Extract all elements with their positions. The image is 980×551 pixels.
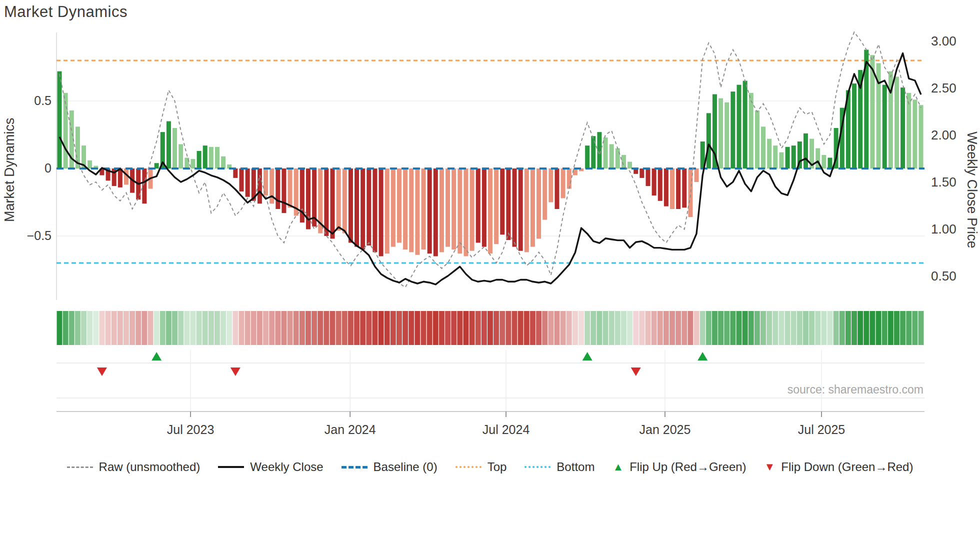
- oscillator-bar: [415, 168, 420, 255]
- oscillator-bar: [470, 168, 474, 251]
- heatmap-cell: [457, 311, 462, 345]
- heatmap-cell: [803, 311, 808, 345]
- heatmap-cell: [463, 311, 468, 345]
- heatmap-cell: [518, 311, 524, 345]
- heatmap-cell: [676, 311, 681, 345]
- left-axis-tick: −0.5: [27, 228, 52, 242]
- legend-swatch-icon: [524, 466, 550, 468]
- oscillator-bar: [197, 151, 202, 168]
- oscillator-bar: [622, 155, 626, 168]
- heatmap-cell: [596, 311, 602, 345]
- heatmap-cell: [840, 311, 845, 345]
- heatmap-cell: [348, 311, 354, 345]
- heatmap-cell: [366, 311, 372, 345]
- oscillator-bar: [391, 168, 396, 247]
- heatmap-cell: [560, 311, 566, 345]
- heatmap-cell: [578, 311, 584, 345]
- oscillator-bar: [610, 144, 614, 168]
- heatmap-cell: [196, 311, 202, 345]
- heatmap-cell: [797, 311, 802, 345]
- oscillator-bar: [476, 168, 480, 243]
- legend-label: Flip Up (Red→Green): [630, 460, 746, 474]
- legend-item: ▼Flip Down (Green→Red): [764, 460, 914, 474]
- oscillator-bar: [488, 168, 492, 254]
- heatmap-cell: [402, 311, 408, 345]
- heatmap-cell: [815, 311, 820, 345]
- heatmap-cell: [470, 311, 475, 345]
- oscillator-bar: [567, 168, 572, 189]
- oscillator-bar: [743, 81, 748, 169]
- oscillator-bar: [786, 147, 790, 168]
- heatmap-cell: [354, 311, 360, 345]
- legend-label: Weekly Close: [250, 460, 323, 474]
- flip-up-marker: [698, 352, 708, 360]
- heatmap-cell: [232, 311, 238, 345]
- heatmap-cell: [118, 311, 123, 345]
- oscillator-bar: [730, 92, 735, 168]
- heatmap-cell: [906, 311, 912, 345]
- heatmap-cell: [724, 311, 730, 345]
- oscillator-bar: [585, 146, 590, 168]
- heatmap-cell: [603, 311, 608, 345]
- legend-swatch-icon: [456, 466, 482, 468]
- heatmap-cell: [500, 311, 505, 345]
- oscillator-bar: [64, 93, 68, 168]
- right-axis-tick: 2.50: [931, 80, 956, 96]
- heatmap-cell: [900, 311, 906, 345]
- legend-swatch-icon: [67, 466, 93, 468]
- heatmap-cell: [778, 311, 784, 345]
- x-axis-tick-label: Jul 2024: [482, 422, 530, 436]
- legend-item: Baseline (0): [342, 460, 438, 474]
- heatmap-cell: [57, 311, 62, 345]
- heatmap-cell: [700, 311, 706, 345]
- heatmap-cell: [542, 311, 548, 345]
- oscillator-bar: [852, 84, 856, 168]
- heatmap-cell: [414, 311, 420, 345]
- oscillator-bar: [233, 168, 238, 178]
- oscillator-bar: [494, 168, 498, 244]
- oscillator-bar: [221, 156, 226, 168]
- heatmap-cell: [378, 311, 384, 345]
- oscillator-bar: [542, 168, 547, 220]
- heatmap-cell: [809, 311, 814, 345]
- oscillator-bar: [324, 168, 328, 236]
- oscillator-bar: [524, 168, 529, 252]
- oscillator-bar: [385, 168, 390, 254]
- heatmap-cell: [760, 311, 766, 345]
- heatmap-cell: [530, 311, 536, 345]
- oscillator-bar: [512, 168, 517, 247]
- oscillator-bar: [366, 168, 371, 246]
- flip-up-marker: [152, 352, 162, 360]
- left-axis-tick: 0: [44, 161, 52, 175]
- heatmap-cell: [748, 311, 754, 345]
- oscillator-bar: [822, 155, 826, 168]
- oscillator-bar: [706, 113, 711, 168]
- oscillator-bar: [828, 158, 832, 168]
- heatmap-cell: [148, 311, 154, 345]
- heatmap-cell: [712, 311, 718, 345]
- heatmap-cell: [876, 311, 882, 345]
- oscillator-bar: [773, 146, 778, 168]
- right-axis-tick: 1.00: [931, 222, 956, 236]
- flip-up-icon: ▲: [612, 462, 624, 472]
- oscillator-bar: [458, 168, 462, 254]
- heatmap-cell: [688, 311, 693, 345]
- heatmap-cell: [87, 311, 92, 345]
- heatmap-cell: [81, 311, 86, 345]
- heatmap-cell: [652, 311, 657, 345]
- oscillator-bar: [755, 110, 760, 168]
- heatmap-cell: [439, 311, 444, 345]
- oscillator-bar: [591, 136, 596, 168]
- right-axis-tick: 1.50: [931, 174, 956, 190]
- heatmap-cell: [263, 311, 268, 345]
- heatmap-cell: [106, 311, 111, 345]
- legend-label: Bottom: [556, 460, 594, 474]
- oscillator-bar: [446, 168, 450, 247]
- oscillator-bar: [688, 168, 692, 217]
- oscillator-bar: [464, 168, 468, 256]
- heatmap-cell: [766, 311, 772, 345]
- heatmap-cell: [281, 311, 286, 345]
- flip-down-marker: [230, 368, 240, 376]
- oscillator-bar: [246, 168, 250, 197]
- oscillator-bar: [88, 160, 92, 168]
